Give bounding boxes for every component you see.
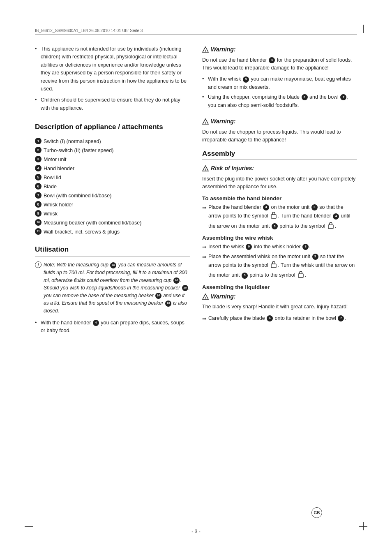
warning1-title-text: Warning: [211, 45, 235, 54]
badge-4hb: 4 [263, 204, 269, 210]
left-column: This appliance is not intended for use b… [35, 45, 190, 522]
arrow-icon-w1: ⇒ [202, 243, 206, 251]
item-text-4: Hand blender [44, 164, 74, 173]
list-item: 5 Bowl lid [35, 173, 190, 182]
info-icon: i [35, 261, 42, 268]
badge-6l: 6 [267, 315, 273, 321]
badge-10c: 10 [182, 285, 188, 291]
num-badge-9: 9 [35, 210, 42, 217]
svg-rect-9 [298, 274, 303, 278]
warning-triangle-icon: ! [202, 46, 209, 53]
badge-8w: 8 [302, 244, 309, 250]
reg-mark-tl [25, 25, 33, 33]
item-text-10: Measuring beaker (with combined lid/base… [44, 219, 141, 227]
intro-bullet-1: This appliance is not intended for use b… [35, 45, 190, 93]
badge-6a: 6 [302, 94, 308, 100]
svg-text:!: ! [205, 296, 206, 300]
liquidiser-warning: ! Warning: The blade is very sharp! Hand… [202, 292, 357, 311]
risk-section: ! Risk of Injuries: Insert the plug into… [202, 164, 357, 191]
svg-rect-8 [271, 264, 276, 268]
badge-10e: 10 [165, 301, 171, 307]
liquidiser-warning-text: The blade is very sharp! Handle it with … [202, 303, 357, 311]
warning1-bullet-2: • Using the chopper, comprising the blad… [202, 93, 357, 109]
utilisation-section: Utilisation i Note: With the measuring c… [35, 244, 190, 337]
badge-10b: 10 [173, 278, 180, 284]
list-item: 4 Hand blender [35, 164, 190, 173]
num-badge-11: 11 [35, 228, 42, 235]
wire-whisk-step1-text: Insert the whisk 9 into the whisk holder… [208, 243, 311, 251]
svg-text:!: ! [205, 168, 206, 171]
warning1-section: ! Warning: Do not use the hand blender 4… [202, 45, 357, 111]
svg-text:!: ! [205, 121, 206, 125]
item-text-6: Blade [44, 183, 57, 191]
item-text-11: Wall bracket, incl. screws & plugs [44, 228, 120, 236]
badge-10: 10 [110, 262, 116, 268]
risk-title-text: Risk of Injuries: [211, 164, 254, 173]
badge-7l: 7 [338, 315, 344, 321]
risk-text: Insert the plug into the power socket on… [202, 175, 357, 191]
warning1-text: Do not use the hand blender 4 for the pr… [202, 56, 357, 72]
list-item: 2 Turbo-switch (II) (faster speed) [35, 146, 190, 155]
utilisation-bullets: • With the hand blender 4 you can prepar… [35, 319, 190, 335]
reg-mark-br [359, 522, 367, 530]
liquidiser-title: Assembling the liquidiser [202, 284, 357, 290]
svg-rect-6 [271, 215, 276, 218]
badge-9w: 9 [246, 244, 252, 250]
item-text-3: Motor unit [44, 155, 67, 164]
badge-4hb2: 4 [333, 213, 339, 220]
arrow-icon-w2: ⇒ [202, 253, 206, 261]
risk-title: ! Risk of Injuries: [202, 164, 357, 173]
liquidiser-assembly: Assembling the liquidiser ! Warning: The… [202, 284, 357, 323]
num-badge-5: 5 [35, 174, 42, 180]
svg-text:!: ! [205, 49, 206, 53]
list-item: 1 Switch (I) (normal speed) [35, 137, 190, 146]
reg-mark-tr [359, 25, 367, 33]
badge-9a: 9 [243, 76, 249, 83]
list-item: 7 Bowl (with combined lid/base) [35, 192, 190, 200]
liquidiser-step1-text: Carefully place the blade 6 onto its ret… [208, 314, 346, 322]
liquidiser-step-1: ⇒ Carefully place the blade 6 onto its r… [202, 314, 357, 323]
warning2-title-text: Warning: [211, 117, 235, 126]
utilisation-bullet-1: • With the hand blender 4 you can prepar… [35, 319, 190, 335]
badge-7a: 7 [340, 94, 346, 100]
badge-4: 4 [93, 320, 99, 326]
lock-symbol-1 [270, 211, 277, 221]
item-text-9: Whisk [44, 210, 58, 218]
liquidiser-triangle-icon: ! [202, 294, 209, 300]
description-section: Description of appliance / attachments 1… [35, 123, 190, 237]
num-badge-2: 2 [35, 147, 42, 153]
gb-badge: GB [311, 507, 322, 518]
description-title: Description of appliance / attachments [35, 123, 190, 133]
item-text-1: Switch (I) (normal speed) [44, 137, 101, 146]
num-badge-7: 7 [35, 192, 42, 199]
list-item: 3 Motor unit [35, 155, 190, 164]
badge-3w2: 3 [242, 273, 248, 279]
arrow-icon-l1: ⇒ [202, 315, 206, 323]
badge-3hb: 3 [311, 204, 318, 210]
lock-symbol-2 [327, 222, 334, 231]
liquidiser-warning-title: ! Warning: [202, 292, 357, 301]
num-badge-8: 8 [35, 201, 42, 208]
header-bar: IB_56612_SSMS600A1_LB4 26.08.2010 14:01 … [35, 27, 357, 35]
num-badge-6: 6 [35, 183, 42, 190]
page-number: - 3 - [191, 529, 200, 534]
list-item: 11 Wall bracket, incl. screws & plugs [35, 228, 190, 236]
hand-blender-step-text: Place the hand blender 4 on the motor un… [208, 204, 357, 231]
num-badge-3: 3 [35, 156, 42, 162]
list-item: 6 Blade [35, 183, 190, 191]
badge-3w: 3 [312, 254, 318, 260]
lock-symbol-3 [270, 261, 277, 271]
item-text-8: Whisk holder [44, 201, 73, 209]
wire-whisk-assembly: Assembling the wire whisk ⇒ Insert the w… [202, 235, 357, 281]
item-text-2: Turbo-switch (II) (faster speed) [44, 146, 113, 155]
liquidiser-warning-title-text: Warning: [211, 292, 235, 301]
wire-whisk-step-2: ⇒ Place the assembled whisk on the motor… [202, 253, 357, 281]
hand-blender-title: To assemble the hand blender [202, 195, 357, 201]
main-content: This appliance is not intended for use b… [35, 45, 357, 522]
utilisation-note-text: Note: With the measuring cup 10 you can … [44, 261, 190, 314]
warning1-title: ! Warning: [202, 45, 357, 54]
list-item: 9 Whisk [35, 210, 190, 218]
utilisation-title: Utilisation [35, 244, 190, 257]
intro-section: This appliance is not intended for use b… [35, 45, 190, 116]
wire-whisk-step2-text: Place the assembled whisk on the motor u… [208, 253, 357, 281]
